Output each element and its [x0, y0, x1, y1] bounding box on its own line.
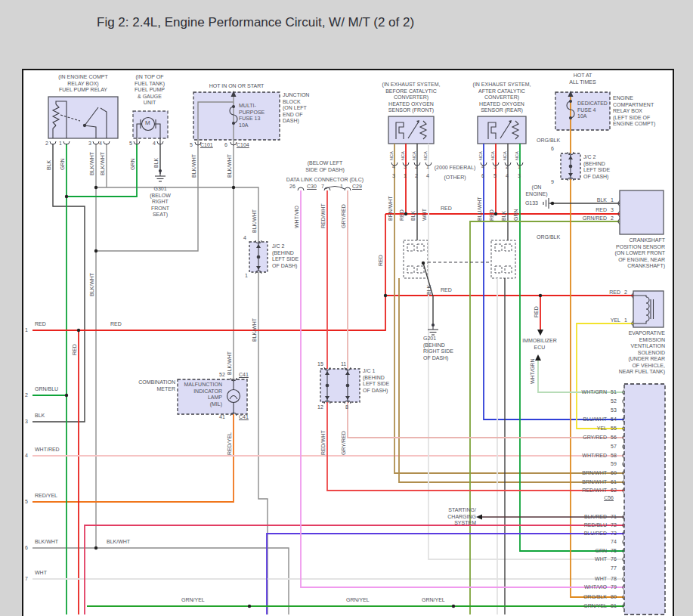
ecm-pin-row-78: WHT78 — [526, 576, 621, 583]
jc2r-name-label: J/C 2 (BEHIND LEFT SIDE OF DASH) — [583, 154, 629, 180]
jb-conn-c101: C101 — [200, 142, 213, 149]
orgblk-label: ORG/BLK — [537, 234, 564, 241]
o2r-pin: 6 — [479, 173, 487, 180]
wire-label: BLK/WHT — [227, 351, 233, 375]
wire-label: BLU/WHT — [477, 197, 483, 221]
wire-label: BLK — [426, 285, 432, 295]
mil-conn-c41: C41 — [239, 372, 249, 379]
o2r-pin: 3 — [515, 173, 523, 180]
dlc-pin1: 1 — [340, 184, 343, 190]
jb-pin5: 5 — [190, 142, 193, 149]
page-title: Fig 2: 2.4L, Engine Performance Circuit,… — [97, 15, 414, 30]
o2-rear-label: (IN EXHAUST SYSTEM, AFTER CATALYTIC CONV… — [463, 82, 541, 114]
crank-pin-row: GRN/RED2 — [559, 215, 621, 222]
evap-pin-row: RED2 — [568, 289, 635, 296]
red-bus-label: RED — [441, 287, 459, 294]
ecm-pin-row-62: RED/WHT62 — [526, 488, 621, 494]
nca-label: NCA — [401, 151, 407, 160]
nca-label: NCA — [412, 151, 418, 160]
o2f-pin: 4 — [390, 164, 398, 171]
dlc-location-label: (BELOW LEFT SIDE OF DASH) — [296, 160, 354, 173]
starting-charging-label: STARTING/ CHARGING SYSTEM — [431, 507, 476, 527]
o2r-pin: 5 — [491, 173, 499, 180]
row-number: 6 — [25, 545, 28, 552]
orgblk-label: ORG/BLK — [537, 138, 564, 144]
dlc-pin26: 26 — [289, 184, 295, 190]
relay-location-label: (IN ENGINE COMPT RELAY BOX) FUEL PUMP RE… — [45, 74, 121, 94]
nca-label: NCA — [515, 151, 521, 160]
ecm-pin-row-75: GRN75 — [526, 548, 621, 555]
nca-label: NCA — [423, 151, 429, 160]
crank-sensor-label: CRANKSHAFT POSITION SENSOR (ON LOWER FRO… — [600, 237, 665, 270]
o2f-pin: 3 — [390, 173, 398, 180]
fuse13-label: MULTI- PURPOSE FUSE 13 10A — [239, 103, 277, 128]
o2f-pin: 1 — [401, 173, 409, 180]
wire-label: RED — [534, 306, 540, 317]
ecm-pin-row-51: WHT/GRN51 — [526, 389, 621, 396]
nca-label: NCA — [503, 151, 509, 160]
wire-label: WHT — [422, 209, 428, 221]
o2r-pin: 4 — [479, 164, 487, 171]
evap-pin-row: YEL1 — [568, 317, 635, 324]
wire-label: RED/WHT — [320, 203, 326, 228]
wire-label: WHT/VIO — [294, 206, 300, 228]
ecm-pin-row-80: ORG/BLK80 — [526, 594, 621, 601]
ecm-pin-row-72: RED/BLU72 — [526, 522, 621, 529]
jc2l-name-label: J/C 2 (BEHIND LEFT SIDE OF DASH) — [272, 243, 317, 269]
ecm-pin-row-81: GRN/YEL81 — [526, 603, 621, 610]
row-number: 5 — [25, 499, 28, 506]
dlc-name-label: DATA LINK CONNECTOR (DLC) — [275, 177, 375, 184]
ecm-pin-row-73: BLU/RED73 — [526, 531, 621, 537]
jb-pin6: 6 — [224, 142, 227, 149]
wire-label: BLK/WHT — [191, 154, 197, 178]
relay-pin3: 3 — [88, 141, 91, 147]
fuse4-label: DEDICATED FUSE 4 10A — [577, 101, 612, 120]
wire-label: RED/YEL — [227, 432, 233, 455]
g133-location-label: (ON ENGINE) — [521, 184, 552, 197]
wire-label: BRN/WHT — [388, 196, 394, 221]
row-wire-label: RED — [35, 321, 46, 328]
jc1-name-label: J/C 1 (BEHIND LEFT SIDE OF DASH) — [363, 368, 408, 394]
wire-label: BLK — [410, 211, 416, 221]
o2-front-label: (IN EXHAUST SYSTEM, BEFORE CATALYTIC CON… — [373, 82, 449, 114]
jc1-pin8: 8 — [345, 404, 348, 411]
g133-label: G133 — [518, 200, 538, 207]
o2f-pin: 2 — [413, 164, 420, 171]
crank-pin-row: RED3 — [559, 207, 621, 214]
row-number: 3 — [25, 419, 28, 426]
wire-label: RED — [489, 209, 495, 221]
jc1-pin12: 12 — [317, 404, 323, 411]
ecm-pin-row-56: GRY/RED56 — [526, 435, 621, 441]
ecm-pin-row-74: 74 — [526, 539, 621, 546]
engine-compt-relay-box-label: ENGINE COMPARTMENT RELAY BOX (LEFT SIDE … — [613, 95, 672, 128]
wire-label: BLK/WHT — [252, 209, 258, 233]
relay-pin1: 1 — [59, 141, 62, 147]
ecm-pin-row-53: 53 — [526, 407, 621, 414]
row-number: 7 — [25, 576, 28, 583]
jc2r-pin6: 6 — [551, 146, 554, 153]
row1-red-label-2: RED — [110, 321, 122, 328]
o2f-pin: 1 — [424, 164, 432, 171]
ecm-pin-row-60: BRN/WHT60 — [526, 470, 621, 477]
immobilizer-ecu-label: IMMOBILIZER ECU — [518, 338, 561, 351]
jc1-pin15: 15 — [317, 361, 323, 368]
row-number: 4 — [25, 453, 28, 460]
wire-label: BLK/WHT — [89, 152, 95, 175]
ecm-pin-row-79: WHT/VIO79 — [526, 584, 621, 591]
wire-label: GRN — [130, 158, 136, 170]
dlc-conn-c29: C29 — [352, 184, 362, 190]
wire-label: WHT/GRN — [530, 359, 536, 384]
grnyel-label: GRN/YEL — [422, 597, 452, 604]
nca-label: NCA — [389, 151, 395, 160]
ecm-pin-row-57: 57 — [526, 444, 621, 450]
o2f-pin: 3 — [401, 164, 409, 171]
o2r-pin: 4 — [503, 173, 511, 180]
wire-label: RED — [399, 209, 405, 221]
ecm-pin-row-77: 77 — [526, 565, 621, 572]
grnyel-label: GRN/YEL — [181, 597, 212, 604]
relay-pin2: 2 — [45, 141, 48, 147]
other-note: (OTHER) — [437, 175, 473, 181]
g301-label: G301 (BELOW RIGHT FRONT SEAT) — [144, 186, 177, 218]
federal-note: (2000 FEDERAL) — [432, 165, 478, 172]
o2r-pin: 2 — [503, 164, 511, 171]
